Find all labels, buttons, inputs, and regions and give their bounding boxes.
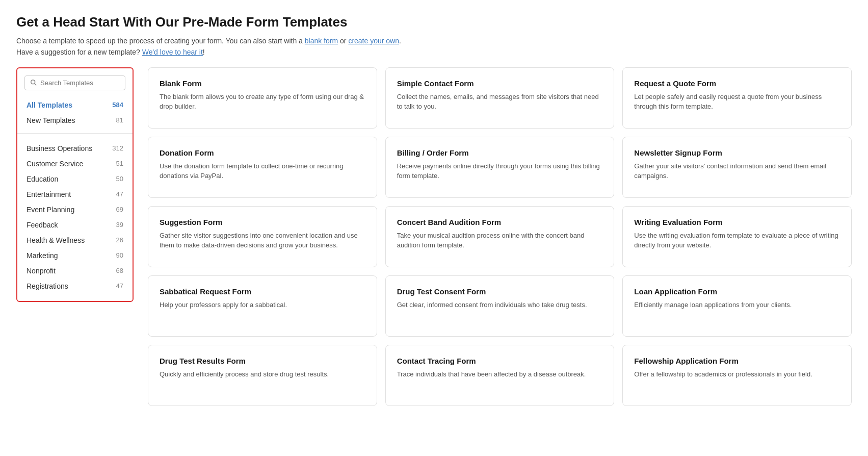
marketing-label: Marketing [27,251,58,260]
event-planning-label: Event Planning [27,206,74,214]
template-card[interactable]: Blank Form The blank form allows you to … [148,67,377,129]
template-card-title: Concert Band Audition Form [397,218,603,226]
template-card[interactable]: Billing / Order Form Receive payments on… [385,137,615,198]
page-title: Get a Head Start With Our Pre-Made Form … [16,14,852,30]
sidebar-item-entertainment[interactable]: Entertainment 47 [17,187,133,202]
template-card[interactable]: Simple Contact Form Collect the names, e… [385,67,615,129]
template-card-desc: The blank form allows you to create any … [160,92,365,112]
template-card[interactable]: Drug Test Results Form Quickly and effic… [148,345,377,406]
template-card-desc: Help your professors apply for a sabbati… [160,300,365,310]
event-planning-count: 69 [116,206,123,213]
sidebar-category-items: Business Operations 312 Customer Service… [17,139,133,294]
health-wellness-label: Health & Wellness [27,236,85,244]
subtitle-text3: Have a suggestion for a new template? [16,48,140,56]
template-card-desc: Gather site visitor suggestions into one… [160,231,365,250]
sidebar-item-nonprofit[interactable]: Nonprofit 68 [17,263,133,278]
suggest-link[interactable]: We'd love to hear it [142,48,203,56]
template-card-title: Writing Evaluation Form [634,218,840,226]
exclaim: ! [203,48,205,56]
new-templates-count: 81 [116,116,123,124]
template-card-title: Request a Quote Form [634,79,840,88]
page-subtitle: Choose a template to speed up the proces… [16,35,852,58]
template-card[interactable]: Sabbatical Request Form Help your profes… [148,275,377,337]
template-card[interactable]: Loan Application Form Efficiently manage… [622,275,852,337]
subtitle-or: or [340,37,346,45]
template-card[interactable]: Fellowship Application Form Offer a fell… [622,345,852,406]
svg-line-1 [35,84,37,86]
entertainment-count: 47 [116,190,123,198]
svg-point-0 [31,80,35,84]
blank-form-link[interactable]: blank form [305,37,338,45]
search-icon [30,79,37,86]
template-grid-area: Blank Form The blank form allows you to … [134,67,852,406]
business-operations-count: 312 [112,144,123,152]
search-input[interactable] [40,79,120,87]
template-card-desc: Efficiently manage loan applications fro… [634,300,840,310]
business-operations-label: Business Operations [27,144,92,153]
education-count: 50 [116,175,123,183]
sidebar-item-new-templates[interactable]: New Templates 81 [17,113,133,128]
template-card[interactable]: Concert Band Audition Form Take your mus… [385,206,615,267]
sidebar-item-registrations[interactable]: Registrations 47 [17,278,133,294]
sidebar-item-all-templates[interactable]: All Templates 584 [17,97,133,113]
search-wrapper [17,75,133,97]
feedback-count: 39 [116,221,123,229]
content-area: All Templates 584 New Templates 81 Busin… [16,67,852,406]
customer-service-count: 51 [116,160,123,167]
template-card-title: Drug Test Results Form [160,357,365,365]
template-card-desc: Use the donation form template to collec… [160,161,365,181]
template-card[interactable]: Writing Evaluation Form Use the writing … [622,206,852,267]
template-card-title: Contact Tracing Form [397,357,603,365]
template-card-title: Sabbatical Request Form [160,287,365,296]
customer-service-label: Customer Service [27,160,83,168]
template-card[interactable]: Suggestion Form Gather site visitor sugg… [148,206,377,267]
sidebar-item-marketing[interactable]: Marketing 90 [17,248,133,263]
template-card[interactable]: Request a Quote Form Let people safely a… [622,67,852,129]
template-card-title: Fellowship Application Form [634,357,840,365]
all-templates-count: 584 [112,101,123,109]
search-input-wrap[interactable] [24,75,125,90]
template-card-title: Suggestion Form [160,218,365,226]
marketing-count: 90 [116,251,123,259]
template-card[interactable]: Contact Tracing Form Trace individuals t… [385,345,615,406]
sidebar-item-business-operations[interactable]: Business Operations 312 [17,141,133,156]
template-card-desc: Receive payments online directly through… [397,161,603,181]
template-card-desc: Get clear, informed consent from individ… [397,300,603,310]
template-card-desc: Collect the names, emails, and messages … [397,92,603,112]
template-card-desc: Let people safely and easily request a q… [634,92,840,112]
template-card-title: Blank Form [160,79,365,88]
health-wellness-count: 26 [116,236,123,244]
registrations-count: 47 [116,282,123,290]
template-card-desc: Use the writing evaluation form template… [634,231,840,250]
template-card-desc: Quickly and efficiently process and stor… [160,369,365,379]
sidebar-item-customer-service[interactable]: Customer Service 51 [17,156,133,171]
all-templates-label: All Templates [27,101,72,109]
create-own-link[interactable]: create your own [348,37,399,45]
sidebar-top-items: All Templates 584 New Templates 81 [17,97,133,134]
template-card-desc: Gather your site visitors' contact infor… [634,161,840,181]
sidebar-item-health-wellness[interactable]: Health & Wellness 26 [17,233,133,248]
new-templates-label: New Templates [27,116,75,124]
template-card-desc: Take your musical audition process onlin… [397,231,603,250]
template-card-desc: Trace individuals that have been affecte… [397,369,603,379]
page-wrapper: Get a Head Start With Our Pre-Made Form … [0,0,868,420]
template-card-title: Simple Contact Form [397,79,603,88]
period: . [399,37,401,45]
sidebar-item-event-planning[interactable]: Event Planning 69 [17,202,133,217]
feedback-label: Feedback [27,221,58,229]
template-card-desc: Offer a fellowship to academics or profe… [634,369,840,379]
template-card[interactable]: Donation Form Use the donation form temp… [148,137,377,198]
template-card[interactable]: Drug Test Consent Form Get clear, inform… [385,275,615,337]
subtitle-text1: Choose a template to speed up the proces… [16,37,303,45]
template-card[interactable]: Newsletter Signup Form Gather your site … [622,137,852,198]
template-card-title: Billing / Order Form [397,148,603,157]
sidebar: All Templates 584 New Templates 81 Busin… [16,67,134,302]
entertainment-label: Entertainment [27,190,71,198]
template-grid: Blank Form The blank form allows you to … [148,67,852,406]
sidebar-item-education[interactable]: Education 50 [17,171,133,187]
template-card-title: Newsletter Signup Form [634,148,840,157]
education-label: Education [27,175,58,183]
template-card-title: Drug Test Consent Form [397,287,603,296]
template-card-title: Loan Application Form [634,287,840,296]
sidebar-item-feedback[interactable]: Feedback 39 [17,217,133,233]
